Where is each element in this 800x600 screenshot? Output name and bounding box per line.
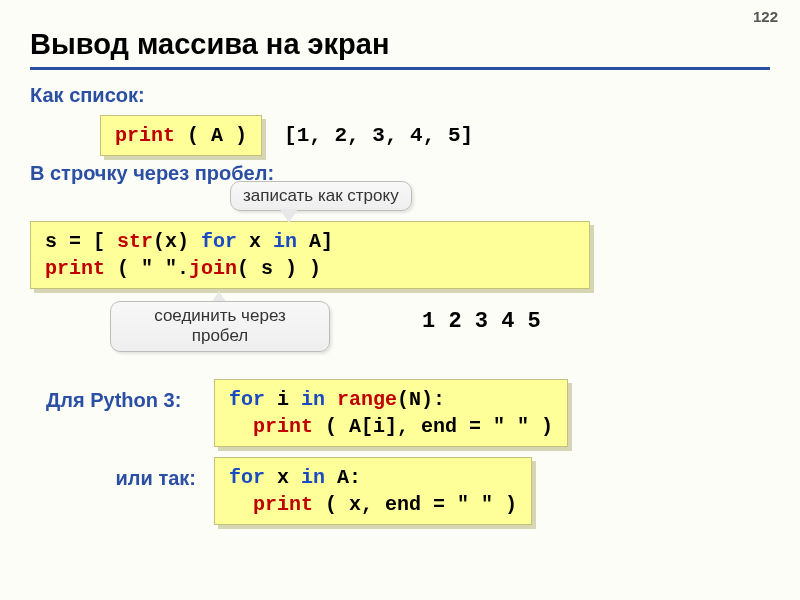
row-py3: Для Python 3: for i in range(N): print (… xyxy=(30,379,770,447)
paren-l: ( xyxy=(175,124,211,147)
kw-for: for xyxy=(201,230,237,253)
kw-print2: print xyxy=(45,257,105,280)
kw-in: in xyxy=(273,230,297,253)
kw-range: range xyxy=(325,388,397,411)
l1c: x xyxy=(237,230,273,253)
label-or: или так: xyxy=(46,467,206,490)
callout-bottom-l2: пробел xyxy=(192,326,248,345)
l1a: s = [ xyxy=(45,230,117,253)
row-print-list: print ( A ) [1, 2, 3, 4, 5] xyxy=(100,115,770,156)
l2c: ( s ) ) xyxy=(237,257,321,280)
for-i: i xyxy=(265,388,301,411)
paren-r: ) xyxy=(223,124,247,147)
l1d: A] xyxy=(297,230,333,253)
callout-join-space: соединить через пробел xyxy=(110,301,330,352)
subhead-py3: Для Python 3: xyxy=(46,389,206,412)
kw-for3: for xyxy=(229,466,265,489)
code-print-A: print ( A ) xyxy=(100,115,262,156)
l2b3: ( x, end = " " ) xyxy=(313,493,517,516)
end: A: xyxy=(325,466,361,489)
kw-in2: in xyxy=(301,388,325,411)
page-number: 122 xyxy=(753,8,778,25)
output-list: [1, 2, 3, 4, 5] xyxy=(284,124,473,147)
kw-join: join xyxy=(189,257,237,280)
page-title: Вывод массива на экран xyxy=(30,28,770,70)
mid: x xyxy=(265,466,301,489)
kw-print: print xyxy=(115,124,175,147)
code-for-range: for i in range(N): print ( A[i], end = "… xyxy=(214,379,568,447)
row-or: или так: for x in A: print ( x, end = " … xyxy=(30,457,770,525)
rest: (N): xyxy=(397,388,445,411)
content-area: Как список: print ( A ) [1, 2, 3, 4, 5] … xyxy=(30,78,770,531)
kw-for2: for xyxy=(229,388,265,411)
callout-bottom-l1: соединить через xyxy=(154,306,286,325)
kw-in3: in xyxy=(301,466,325,489)
arg-A: A xyxy=(211,124,223,147)
kw-str: str xyxy=(117,230,153,253)
block-join: записать как строку s = [ str(x) for x i… xyxy=(30,221,770,289)
l2b2: ( A[i], end = " " ) xyxy=(313,415,553,438)
l2b: ( " ". xyxy=(105,257,189,280)
output-joined: 1 2 3 4 5 xyxy=(422,309,541,334)
callout-write-as-string: записать как строку xyxy=(230,181,412,211)
code-join: s = [ str(x) for x in A] print ( " ".joi… xyxy=(30,221,590,289)
kw-print4: print xyxy=(229,493,313,516)
l1b: (x) xyxy=(153,230,201,253)
kw-print3: print xyxy=(229,415,313,438)
subhead-list: Как список: xyxy=(30,84,770,107)
code-for-x: for x in A: print ( x, end = " " ) xyxy=(214,457,532,525)
callout-tail-top xyxy=(280,209,298,223)
